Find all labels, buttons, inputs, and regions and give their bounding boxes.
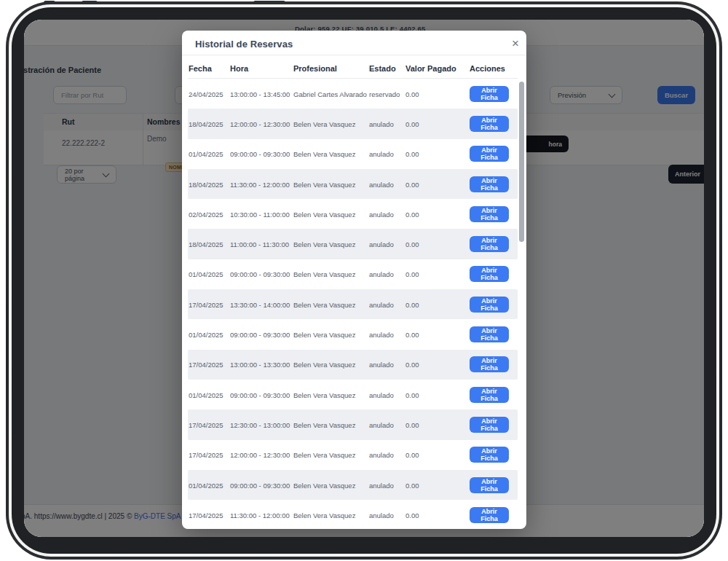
reservation-fecha: 24/04/2025 xyxy=(189,90,223,98)
reservation-fecha: 02/04/2025 xyxy=(189,210,223,218)
reservation-row: 18/04/2025 12:00:00 - 12:30:00 Belen Ver… xyxy=(188,109,518,138)
reservation-estado: reservado xyxy=(369,90,400,98)
reservation-row: 01/04/2025 09:00:00 - 09:30:00 Belen Ver… xyxy=(188,259,518,289)
reservation-valor: 0.00 xyxy=(405,420,419,428)
reservation-fecha: 17/04/2025 xyxy=(189,451,223,459)
reservation-hora: 13:00:00 - 13:45:00 xyxy=(230,90,290,98)
abrir-ficha-button[interactable]: Abrir Ficha xyxy=(470,176,509,192)
reservation-profesional: Belen Vera Vasquez xyxy=(293,511,355,519)
abrir-ficha-button[interactable]: Abrir Ficha xyxy=(470,297,509,313)
reservation-profesional: Belen Vera Vasquez xyxy=(293,481,355,489)
abrir-ficha-button[interactable]: Abrir Ficha xyxy=(470,326,509,342)
reservation-hora: 09:00:00 - 09:30:00 xyxy=(230,270,290,278)
tablet-camera xyxy=(44,1,55,4)
screen: Dolar: 959,22 UF: 39.010,5 I.E: 4402,65 … xyxy=(24,20,704,537)
abrir-ficha-button[interactable]: Abrir Ficha xyxy=(470,387,509,403)
reservation-row: 01/04/2025 09:00:00 - 09:30:00 Belen Ver… xyxy=(188,380,518,409)
reservation-fecha: 18/04/2025 xyxy=(189,119,223,128)
reservation-hora: 13:30:00 - 14:00:00 xyxy=(230,300,290,308)
reservation-estado: anulado xyxy=(369,240,394,248)
modal-header-divider xyxy=(182,55,526,55)
abrir-ficha-button[interactable]: Abrir Ficha xyxy=(470,266,509,282)
reservation-hora: 09:00:00 - 09:30:00 xyxy=(230,481,290,489)
reservation-valor: 0.00 xyxy=(405,511,419,519)
reservation-row: 18/04/2025 11:00:00 - 11:30:00 Belen Ver… xyxy=(188,229,518,259)
abrir-ficha-button[interactable]: Abrir Ficha xyxy=(470,356,509,372)
reservation-profesional: Belen Vera Vasquez xyxy=(293,361,355,369)
abrir-ficha-button[interactable]: Abrir Ficha xyxy=(470,507,509,523)
reservation-estado: anulado xyxy=(369,361,394,369)
historial-reservas-modal: Historial de Reservas × Fecha Hora Profe… xyxy=(182,31,526,529)
reservation-hora: 11:30:00 - 12:00:00 xyxy=(230,511,290,519)
reservation-estado: anulado xyxy=(369,300,394,308)
reservation-profesional: Belen Vera Vasquez xyxy=(293,119,355,128)
reservation-fecha: 18/04/2025 xyxy=(189,180,223,188)
reservation-fecha: 17/04/2025 xyxy=(189,300,223,308)
reservation-hora: 09:00:00 - 09:30:00 xyxy=(230,150,290,158)
reservation-profesional: Belen Vera Vasquez xyxy=(293,240,355,248)
reservation-hora: 12:00:00 - 12:30:00 xyxy=(230,451,290,459)
reservation-row: 01/04/2025 09:00:00 - 09:30:00 Belen Ver… xyxy=(188,470,518,500)
reservation-valor: 0.00 xyxy=(405,119,419,128)
reservation-profesional: Belen Vera Vasquez xyxy=(293,270,355,278)
reservation-valor: 0.00 xyxy=(405,210,419,218)
column-header-profesional: Profesional xyxy=(293,64,337,73)
reservation-estado: anulado xyxy=(369,511,394,519)
abrir-ficha-button[interactable]: Abrir Ficha xyxy=(470,146,509,162)
modal-scrollbar-thumb[interactable] xyxy=(519,82,524,242)
reservation-fecha: 01/04/2025 xyxy=(189,331,223,339)
abrir-ficha-button[interactable]: Abrir Ficha xyxy=(470,447,509,463)
reservation-estado: anulado xyxy=(369,451,394,459)
tablet-button-volume xyxy=(82,1,98,4)
reservation-profesional: Belen Vera Vasquez xyxy=(293,210,355,218)
reservation-valor: 0.00 xyxy=(405,361,419,369)
abrir-ficha-button[interactable]: Abrir Ficha xyxy=(470,206,509,222)
reservation-profesional: Belen Vera Vasquez xyxy=(293,420,355,428)
reservation-profesional: Belen Vera Vasquez xyxy=(293,331,355,339)
reservation-valor: 0.00 xyxy=(405,481,419,489)
reservation-hora: 10:30:00 - 11:00:00 xyxy=(230,210,290,218)
reservation-estado: anulado xyxy=(369,270,394,278)
reservation-row: 17/04/2025 13:00:00 - 13:30:00 Belen Ver… xyxy=(188,350,518,380)
reservation-estado: anulado xyxy=(369,210,394,218)
reservation-profesional: Belen Vera Vasquez xyxy=(293,451,355,459)
reservation-hora: 09:00:00 - 09:30:00 xyxy=(230,331,290,339)
reservation-profesional: Belen Vera Vasquez xyxy=(293,180,355,188)
reservation-row: 17/04/2025 12:30:00 - 13:00:00 Belen Ver… xyxy=(188,409,518,439)
column-header-estado: Estado xyxy=(369,64,396,73)
reservation-estado: anulado xyxy=(369,391,394,399)
reservation-fecha: 18/04/2025 xyxy=(189,240,223,248)
reservation-valor: 0.00 xyxy=(405,180,419,188)
reservation-profesional: Belen Vera Vasquez xyxy=(293,150,355,158)
reservation-valor: 0.00 xyxy=(405,391,419,399)
reservation-profesional: Gabriel Cartes Alvarado xyxy=(293,90,367,98)
reservation-hora: 12:30:00 - 13:00:00 xyxy=(230,420,290,428)
reservation-row: 18/04/2025 11:30:00 - 12:00:00 Belen Ver… xyxy=(188,169,518,199)
abrir-ficha-button[interactable]: Abrir Ficha xyxy=(470,116,509,132)
tablet-button-power xyxy=(253,1,285,4)
reservation-profesional: Belen Vera Vasquez xyxy=(293,300,355,308)
reservation-fecha: 17/04/2025 xyxy=(189,420,223,428)
column-header-hora: Hora xyxy=(230,64,248,73)
reservation-row: 01/04/2025 09:00:00 - 09:30:00 Belen Ver… xyxy=(188,139,518,169)
reservation-valor: 0.00 xyxy=(405,270,419,278)
reservation-estado: anulado xyxy=(369,119,394,128)
reservation-row: 17/04/2025 11:30:00 - 12:00:00 Belen Ver… xyxy=(188,500,518,529)
abrir-ficha-button[interactable]: Abrir Ficha xyxy=(470,477,509,493)
reservation-estado: anulado xyxy=(369,481,394,489)
modal-table-body: 24/04/2025 13:00:00 - 13:45:00 Gabriel C… xyxy=(188,79,518,529)
reservation-row: 01/04/2025 09:00:00 - 09:30:00 Belen Ver… xyxy=(188,319,518,349)
reservation-valor: 0.00 xyxy=(405,300,419,308)
reservation-row: 17/04/2025 12:00:00 - 12:30:00 Belen Ver… xyxy=(188,440,518,470)
abrir-ficha-button[interactable]: Abrir Ficha xyxy=(470,417,509,433)
abrir-ficha-button[interactable]: Abrir Ficha xyxy=(470,236,509,252)
reservation-valor: 0.00 xyxy=(405,150,419,158)
close-icon[interactable]: × xyxy=(510,36,521,51)
reservation-hora: 13:00:00 - 13:30:00 xyxy=(230,361,290,369)
reservation-row: 24/04/2025 13:00:00 - 13:45:00 Gabriel C… xyxy=(188,79,518,109)
reservation-valor: 0.00 xyxy=(405,240,419,248)
reservation-estado: anulado xyxy=(369,420,394,428)
reservation-valor: 0.00 xyxy=(405,90,419,98)
reservation-fecha: 01/04/2025 xyxy=(189,481,223,489)
abrir-ficha-button[interactable]: Abrir Ficha xyxy=(470,86,509,102)
